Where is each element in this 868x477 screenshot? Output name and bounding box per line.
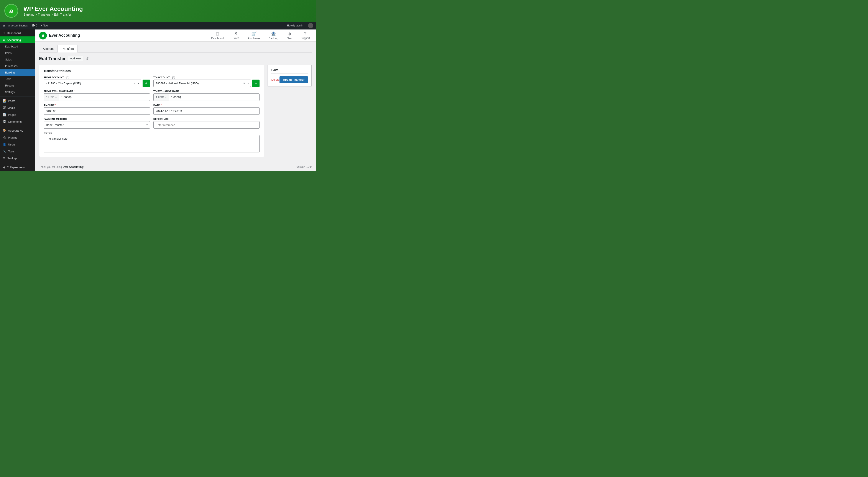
nav-new-icon: ⊕ — [287, 31, 291, 36]
save-panel-actions: Delete Update Transfer — [271, 76, 308, 83]
sidebar-item-posts[interactable]: 📝 Posts — [0, 97, 35, 104]
howdy-text: Howdy, admin — [287, 24, 303, 27]
sidebar-item-media[interactable]: 🖼 Media — [0, 104, 35, 111]
section-title: Transfer Attributes — [43, 69, 259, 73]
nav-new[interactable]: ⊕ New — [285, 30, 294, 41]
form-row-payment-ref: PAYMENT METHOD Bank Transfer ▼ REFERENCE — [43, 118, 259, 129]
sidebar-item-accounting[interactable]: ◉ Accounting — [0, 36, 35, 43]
to-account-required: * — [170, 76, 172, 79]
nav-support[interactable]: ? Support — [299, 30, 312, 40]
site-name[interactable]: ⌂ accountingnext — [8, 24, 28, 27]
new-link[interactable]: + New — [41, 24, 48, 27]
page-title-row: Edit Transfer Add New ↺ — [39, 56, 312, 61]
pages-icon: 📄 — [3, 113, 6, 116]
sidebar-separator-1 — [0, 96, 35, 97]
reference-group: REFERENCE — [153, 118, 260, 129]
sidebar-separator-3 — [0, 163, 35, 163]
to-account-input-row: 880699 - National Financial (USD) × ▼ + — [153, 79, 260, 87]
nav-dashboard-icon: ⊟ — [216, 31, 219, 36]
payment-method-label: PAYMENT METHOD — [43, 118, 150, 120]
from-account-add-button[interactable]: + — [143, 79, 150, 87]
reference-label: REFERENCE — [153, 118, 260, 120]
from-exchange-input: 1 USD = — [43, 94, 150, 101]
sidebar-item-acc-reports[interactable]: Reports — [0, 82, 35, 89]
from-account-select[interactable]: 411290 - City Capital (USD) — [43, 79, 141, 87]
to-account-select-wrap: 880699 - National Financial (USD) × ▼ — [153, 79, 251, 87]
sidebar-item-settings[interactable]: ⚙ Settings — [0, 155, 35, 162]
nav-banking[interactable]: 🏦 Banking — [267, 30, 280, 41]
nav-purchases[interactable]: 🛒 Purchases — [246, 30, 262, 41]
users-icon: 👤 — [3, 143, 6, 146]
to-account-label: TO ACCOUNT * [?] — [153, 76, 260, 79]
sidebar-item-acc-dashboard[interactable]: Dashboard — [0, 43, 35, 50]
to-exchange-prefix: 1 USD = — [153, 94, 169, 101]
sidebar-item-collapse[interactable]: ◀ Collapse menu — [0, 164, 35, 171]
sidebar-item-acc-banking[interactable]: Banking — [0, 69, 35, 76]
sidebar: ⊟ Dashboard ◉ Accounting Dashboard Items… — [0, 30, 35, 171]
to-account-clear[interactable]: × — [243, 82, 245, 85]
amount-input[interactable] — [43, 107, 150, 115]
date-group: DATE * — [153, 104, 260, 115]
from-account-help[interactable]: [?] — [66, 76, 69, 79]
comments-link[interactable]: 💬 0 — [32, 24, 37, 27]
admin-avatar — [308, 23, 313, 28]
delete-button[interactable]: Delete — [271, 78, 279, 81]
wp-logo[interactable]: ⊞ — [3, 24, 5, 27]
tab-account[interactable]: Account — [39, 45, 58, 53]
from-account-group: FROM ACCOUNT * [?] 411290 - City Capital… — [43, 76, 150, 87]
notes-group: NOTES The transfer note. — [43, 132, 259, 152]
to-exchange-input: 1 USD = — [153, 94, 260, 101]
update-transfer-button[interactable]: Update Transfer — [279, 76, 308, 83]
app-title-block: WP Ever Accounting Banking > Transfers >… — [24, 5, 83, 16]
to-exchange-value[interactable] — [168, 94, 259, 101]
tab-transfers[interactable]: Transfers — [58, 45, 78, 53]
save-panel-title: Save — [271, 68, 308, 74]
main-content-row: Transfer Attributes FROM ACCOUNT * [?] — [39, 65, 312, 157]
sidebar-item-dashboard[interactable]: ⊟ Dashboard — [0, 30, 35, 36]
add-new-button[interactable]: Add New — [68, 56, 83, 61]
right-content: a Ever Accounting ⊟ Dashboard $ Sales 🛒 … — [35, 30, 316, 171]
from-account-label: FROM ACCOUNT * [?] — [43, 76, 150, 79]
app-header: a WP Ever Accounting Banking > Transfers… — [0, 0, 316, 22]
from-exchange-prefix: 1 USD = — [43, 94, 59, 101]
sidebar-item-tools[interactable]: 🔧 Tools — [0, 148, 35, 155]
accounting-icon: ◉ — [3, 38, 5, 42]
sidebar-item-acc-items[interactable]: Items — [0, 50, 35, 56]
from-account-select-wrap: 411290 - City Capital (USD) × ▼ — [43, 79, 141, 87]
sidebar-item-acc-purchases[interactable]: Purchases — [0, 63, 35, 69]
amount-label: AMOUNT * — [43, 104, 150, 106]
sidebar-item-comments[interactable]: 💬 Comments — [0, 118, 35, 125]
from-account-clear[interactable]: × — [134, 82, 135, 85]
from-exchange-value[interactable] — [59, 94, 150, 101]
app-logo: a — [4, 4, 18, 18]
sidebar-item-users[interactable]: 👤 Users — [0, 141, 35, 148]
reference-input[interactable] — [153, 121, 260, 129]
nav-sales[interactable]: $ Sales — [231, 30, 241, 40]
refresh-button[interactable]: ↺ — [85, 56, 89, 61]
sidebar-item-plugins[interactable]: 🔌 Plugins — [0, 134, 35, 141]
payment-method-select[interactable]: Bank Transfer — [43, 121, 150, 129]
nav-dashboard[interactable]: ⊟ Dashboard — [209, 30, 226, 41]
sidebar-item-pages[interactable]: 📄 Pages — [0, 111, 35, 118]
nav-support-icon: ? — [304, 31, 306, 36]
form-row-accounts: FROM ACCOUNT * [?] 411290 - City Capital… — [43, 76, 259, 87]
app-logo-letter: a — [9, 7, 13, 15]
to-account-help[interactable]: [?] — [172, 76, 175, 79]
sidebar-item-acc-sales[interactable]: Sales — [0, 56, 35, 63]
sidebar-item-acc-settings[interactable]: Settings — [0, 89, 35, 95]
wp-footer: Thank you for using Ever Accounting! Ver… — [35, 163, 316, 171]
plugin-nav: ⊟ Dashboard $ Sales 🛒 Purchases 🏦 Bankin… — [209, 30, 312, 41]
settings-icon: ⚙ — [3, 157, 5, 160]
form-row-amount-date: AMOUNT * DATE * — [43, 104, 259, 115]
notes-textarea[interactable]: The transfer note. — [43, 135, 259, 152]
sidebar-item-acc-tools[interactable]: Tools — [0, 76, 35, 82]
sidebar-item-appearance[interactable]: 🎨 Appearance — [0, 127, 35, 134]
nav-sales-icon: $ — [235, 31, 237, 36]
dashboard-icon: ⊟ — [3, 31, 5, 35]
app-breadcrumb: Banking > Transfers > Edit Transfer — [24, 13, 83, 16]
date-input[interactable] — [153, 107, 260, 115]
to-account-select[interactable]: 880699 - National Financial (USD) — [153, 79, 251, 87]
amount-group: AMOUNT * — [43, 104, 150, 115]
to-account-add-button[interactable]: + — [252, 79, 259, 87]
from-account-required: * — [65, 76, 66, 79]
